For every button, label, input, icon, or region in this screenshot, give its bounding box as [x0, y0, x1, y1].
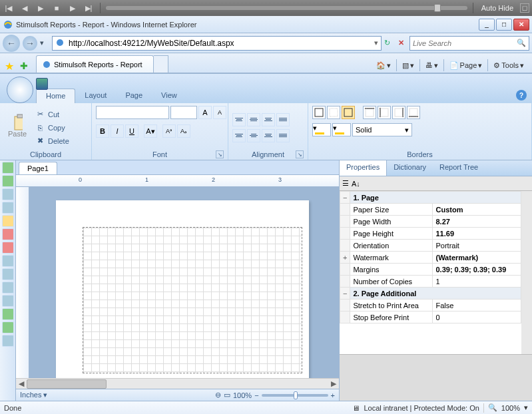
ribbon-tab-layout[interactable]: Layout [75, 89, 116, 103]
back-button[interactable]: ← [3, 35, 20, 52]
ribbon-tab-page[interactable]: Page [116, 89, 152, 103]
home-button[interactable]: 🏠▾ [374, 58, 394, 73]
address-input[interactable] [69, 39, 374, 48]
superscript-button[interactable]: Aᵃ [162, 124, 176, 138]
border-top-button[interactable] [363, 106, 376, 119]
align-bottom-button[interactable] [262, 113, 275, 126]
page-tab[interactable]: Page1 [19, 162, 57, 174]
tool-item[interactable] [2, 188, 14, 200]
stop-icon[interactable]: ✕ [395, 37, 407, 49]
zoom-slider[interactable] [262, 394, 328, 397]
tool-item[interactable] [2, 242, 14, 254]
property-row[interactable]: Page Height11.69 [340, 228, 521, 240]
align-justify-button[interactable] [276, 129, 290, 142]
property-grid[interactable]: −1. PagePaper SizeCustomPage Width8.27Pa… [340, 191, 521, 354]
font-dialog-launcher[interactable]: ↘ [216, 150, 224, 158]
underline-button[interactable]: U [125, 124, 138, 138]
page-menu[interactable]: 📄Page ▾ [447, 58, 485, 73]
property-row[interactable]: +Watermark(Watermark) [340, 252, 521, 264]
tools-menu[interactable]: ⚙Tools ▾ [491, 58, 527, 73]
align-justify-v-button[interactable] [276, 113, 290, 126]
border-left-button[interactable] [378, 106, 391, 119]
units-select[interactable]: Inches ▾ [20, 391, 47, 399]
search-input[interactable] [413, 39, 517, 47]
tab-dictionary[interactable]: Dictionary [387, 160, 433, 176]
tool-item[interactable] [2, 282, 14, 294]
paste-button[interactable]: Paste [4, 118, 31, 138]
stop-icon[interactable]: ■ [51, 3, 63, 13]
tab-report-tree[interactable]: Report Tree [433, 160, 485, 176]
font-grow-button[interactable]: A [198, 106, 212, 119]
add-favorite-icon[interactable]: ✚ [17, 59, 31, 73]
border-color-button[interactable]: ▾ [332, 123, 351, 136]
property-row[interactable]: Stop Before Print0 [340, 311, 521, 323]
bold-button[interactable]: B [96, 124, 109, 138]
tool-item[interactable] [2, 162, 14, 174]
font-shrink-button[interactable]: A [213, 106, 226, 119]
align-middle-button[interactable] [247, 113, 260, 126]
font-color-button[interactable]: A▾ [144, 124, 157, 138]
border-none-button[interactable] [327, 106, 340, 119]
cut-button[interactable]: ✂Cut [33, 108, 71, 120]
close-button[interactable]: ✕ [513, 19, 529, 31]
report-page[interactable] [56, 200, 309, 378]
delete-button[interactable]: ✖Delete [33, 135, 71, 147]
play-icon[interactable]: ▶ [35, 3, 47, 13]
browser-tab[interactable]: Stimulsoft Reports - Report [36, 55, 154, 73]
auto-hide-label[interactable]: Auto Hide [479, 4, 516, 12]
address-dropdown-icon[interactable]: ▾ [374, 39, 378, 47]
zoom-plus-button[interactable]: + [331, 391, 335, 399]
help-icon[interactable]: ? [516, 90, 527, 101]
copy-button[interactable]: ⎘Copy [33, 122, 71, 134]
ribbon-tab-home[interactable]: Home [36, 89, 75, 103]
tool-item[interactable] [2, 228, 14, 240]
italic-button[interactable]: I [111, 124, 124, 138]
subscript-button[interactable]: Aₐ [177, 124, 190, 138]
tool-item[interactable] [2, 295, 14, 307]
property-row[interactable]: Stretch to Print AreaFalse [340, 300, 521, 311]
status-zoom-dropdown[interactable]: ▾ [524, 403, 528, 412]
tool-item[interactable] [2, 215, 14, 227]
property-row[interactable]: OrientationPortrait [340, 240, 521, 252]
zoom-out-icon[interactable]: ⊖ [215, 391, 221, 399]
border-right-button[interactable] [392, 106, 405, 119]
status-zoom-icon[interactable]: 🔍 [488, 403, 497, 412]
line-style-select[interactable]: Solid▾ [352, 123, 412, 136]
font-size-select[interactable] [170, 106, 197, 119]
font-name-select[interactable] [96, 106, 169, 119]
border-all-button[interactable] [312, 106, 326, 119]
next-icon[interactable]: ▶ [67, 3, 79, 13]
tool-item[interactable] [2, 175, 14, 187]
tool-item[interactable] [2, 202, 14, 214]
alignment-dialog-launcher[interactable]: ↘ [296, 150, 304, 158]
tool-item[interactable] [2, 321, 14, 333]
fill-color-button[interactable]: ▾ [312, 123, 331, 136]
tab-properties[interactable]: Properties [340, 160, 387, 176]
search-icon[interactable]: 🔍 [517, 39, 526, 47]
tool-item[interactable] [2, 268, 14, 280]
app-orb-button[interactable] [7, 77, 33, 103]
zoom-fit-icon[interactable]: ▭ [224, 391, 230, 399]
property-row[interactable]: Margins0.39; 0.39; 0.39; 0.39 [340, 264, 521, 276]
minimize-button[interactable]: _ [479, 19, 495, 31]
maximize-button[interactable]: □ [496, 19, 512, 31]
save-icon[interactable] [36, 78, 48, 90]
align-left-button[interactable] [232, 129, 246, 142]
align-right-button[interactable] [262, 129, 275, 142]
property-scrollbar[interactable] [521, 191, 532, 354]
tool-item[interactable] [2, 335, 14, 347]
horizontal-scrollbar[interactable]: ◀▶ [16, 378, 339, 389]
selection-box[interactable] [83, 227, 302, 373]
canvas-viewport[interactable] [16, 187, 339, 378]
tool-item[interactable] [2, 255, 14, 267]
nav-history-dropdown[interactable]: ▾ [40, 39, 49, 47]
prev-icon[interactable]: ◀ [19, 3, 31, 13]
favorites-icon[interactable]: ★ [3, 59, 16, 73]
property-row[interactable]: Paper SizeCustom [340, 204, 521, 216]
forward-button[interactable]: → [23, 36, 37, 51]
print-button[interactable]: 🖶▾ [423, 58, 441, 73]
alphabetical-icon[interactable]: A↓ [352, 180, 360, 188]
feeds-button[interactable]: ▧▾ [399, 58, 417, 73]
property-row[interactable]: Number of Copies1 [340, 276, 521, 288]
categorized-icon[interactable]: ☰ [342, 179, 349, 188]
